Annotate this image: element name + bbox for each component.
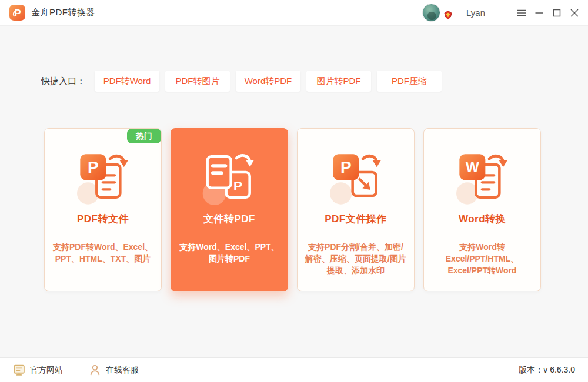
quick-btn-word-to-pdf[interactable]: Word转PDF: [236, 71, 300, 92]
file-to-pdf-icon: P: [201, 149, 258, 205]
hot-badge: 热门: [127, 129, 161, 143]
vip-gem-icon: [443, 10, 453, 21]
username[interactable]: Lyan: [466, 8, 485, 18]
card-title: PDF文件操作: [298, 212, 414, 226]
titlebar-right: Lyan: [422, 4, 579, 22]
online-support-link[interactable]: 在线客服: [89, 364, 139, 376]
word-to-file-icon: W: [454, 149, 510, 205]
feature-cards: 热门 P PDF转文件 支持PDF转W: [44, 128, 550, 291]
card-file-to-pdf[interactable]: P 文件转PDF 支持Word、Excel、PPT、图片转PDF: [171, 128, 288, 291]
card-title: 文件转PDF: [171, 212, 288, 226]
quick-btn-pdf-to-word[interactable]: PDF转Word: [95, 71, 159, 92]
maximize-icon[interactable]: [552, 8, 562, 18]
svg-text:P: P: [233, 178, 242, 193]
user-icon: [89, 364, 101, 376]
svg-text:P: P: [340, 158, 352, 176]
statusbar: 官方网站 在线客服 版本：v 6.6.3.0: [0, 357, 588, 382]
card-pdf-to-file[interactable]: 热门 P PDF转文件 支持PDF转W: [44, 128, 162, 291]
minimize-icon[interactable]: [534, 8, 544, 18]
svg-text:W: W: [466, 159, 479, 175]
online-support-label: 在线客服: [106, 365, 139, 376]
card-pdf-operations[interactable]: P PDF文件操作 支持PDF分割/合并、加密/解密、压缩、页面提取/图片提取、…: [297, 128, 415, 291]
official-website-label: 官方网站: [30, 365, 63, 376]
pdf-to-file-icon: P: [75, 149, 131, 205]
card-word-convert[interactable]: W Word转换 支持Word转Excel/PPT/HTML、Excel/PPT…: [423, 128, 541, 291]
monitor-icon: [13, 364, 25, 376]
quick-btn-image-to-pdf[interactable]: 图片转PDF: [306, 71, 371, 92]
card-title: PDF转文件: [45, 212, 161, 226]
titlebar: P 金舟PDF转换器 Lyan: [0, 0, 588, 26]
quick-entry-label: 快捷入口：: [41, 76, 85, 87]
card-description: 支持PDF转Word、Excel、PPT、HTML、TXT、图片: [52, 242, 153, 265]
svg-text:P: P: [14, 8, 21, 19]
quick-btn-pdf-compress[interactable]: PDF压缩: [377, 71, 442, 92]
app-window: P 金舟PDF转换器 Lyan: [0, 0, 588, 382]
version-label: 版本：v 6.6.3.0: [519, 365, 575, 376]
app-title: 金舟PDF转换器: [31, 7, 95, 18]
official-website-link[interactable]: 官方网站: [13, 364, 63, 376]
hamburger-menu-icon[interactable]: [517, 8, 526, 18]
window-controls: [509, 8, 579, 18]
close-icon[interactable]: [570, 8, 579, 18]
app-logo-icon: P: [9, 5, 25, 21]
card-description: 支持Word、Excel、PPT、图片转PDF: [179, 242, 280, 265]
pdf-operations-icon: P: [328, 149, 384, 205]
quick-entry-row: 快捷入口： PDF转Word PDF转图片 Word转PDF 图片转PDF PD…: [41, 71, 442, 92]
card-description: 支持Word转Excel/PPT/HTML、Excel/PPT转Word: [432, 242, 533, 277]
avatar[interactable]: [422, 4, 440, 22]
quick-btn-pdf-to-image[interactable]: PDF转图片: [165, 71, 230, 92]
card-title: Word转换: [424, 212, 540, 226]
svg-text:P: P: [88, 158, 99, 176]
card-description: 支持PDF分割/合并、加密/解密、压缩、页面提取/图片提取、添加水印: [305, 242, 406, 277]
